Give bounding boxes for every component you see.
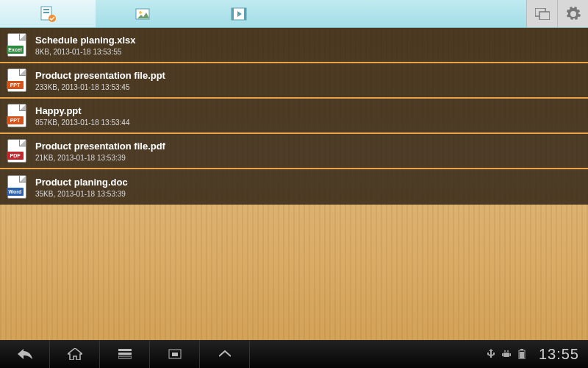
svg-point-5 — [139, 11, 142, 14]
recent-icon — [118, 349, 132, 359]
file-row[interactable]: PPTProduct presentation file.ppt233KB, 2… — [0, 63, 588, 99]
top-toolbar — [0, 0, 588, 28]
settings-button[interactable] — [557, 0, 588, 27]
status-tray[interactable]: 13:55 — [487, 346, 588, 363]
battery-icon — [518, 349, 526, 359]
file-row[interactable]: PPTHappy.ppt857KB, 2013-01-18 13:53:44 — [0, 99, 588, 134]
back-icon — [18, 349, 32, 359]
svg-rect-15 — [172, 353, 178, 356]
file-name: Product planing.doc — [35, 177, 128, 188]
file-type-icon: PPT — [7, 68, 26, 92]
file-name: Happy.ppt — [35, 105, 129, 116]
svg-rect-16 — [503, 353, 509, 357]
documents-icon — [39, 5, 57, 23]
system-navbar: 13:55 — [0, 340, 588, 368]
file-type-icon: PDF — [7, 139, 26, 163]
screens-button[interactable] — [526, 0, 557, 27]
tab-documents[interactable] — [0, 0, 96, 27]
file-name: Product presentation file.ppt — [35, 70, 165, 81]
file-badge: Word — [7, 188, 24, 196]
menu-button[interactable] — [200, 340, 250, 368]
svg-point-18 — [507, 350, 509, 352]
back-button[interactable] — [0, 340, 50, 368]
videos-icon — [230, 6, 248, 22]
screenshot-button[interactable] — [150, 340, 200, 368]
file-meta: 8KB, 2013-01-18 13:53:55 — [35, 48, 136, 56]
file-row[interactable]: ExcelSchedule planing.xlsx8KB, 2013-01-1… — [0, 28, 588, 63]
svg-rect-10 — [539, 12, 550, 20]
recent-button[interactable] — [100, 340, 150, 368]
tab-videos[interactable] — [191, 0, 287, 27]
svg-rect-11 — [118, 349, 132, 351]
file-name: Product presentation file.pdf — [35, 141, 165, 152]
file-meta: 857KB, 2013-01-18 13:53:44 — [35, 118, 129, 127]
file-meta: 35KB, 2013-01-18 13:53:39 — [35, 190, 128, 198]
chevron-up-icon — [219, 350, 231, 358]
svg-rect-1 — [43, 9, 49, 10]
file-badge: PPT — [7, 116, 24, 124]
tab-images[interactable] — [96, 0, 191, 27]
file-name: Schedule planing.xlsx — [35, 35, 136, 46]
screenshot-icon — [168, 349, 182, 359]
android-icon — [502, 350, 511, 358]
usb-icon — [487, 349, 495, 359]
screens-icon — [535, 8, 550, 20]
file-list-area: ExcelSchedule planing.xlsx8KB, 2013-01-1… — [0, 28, 588, 340]
file-type-icon: Word — [7, 175, 26, 199]
clock: 13:55 — [539, 346, 579, 363]
svg-rect-7 — [232, 8, 234, 20]
svg-rect-12 — [118, 353, 132, 355]
home-button[interactable] — [50, 340, 100, 368]
images-icon — [135, 6, 152, 22]
file-type-icon: PPT — [7, 104, 26, 127]
file-badge: PPT — [7, 81, 24, 89]
svg-rect-23 — [520, 352, 524, 358]
svg-rect-22 — [520, 349, 523, 350]
file-row[interactable]: WordProduct planing.doc35KB, 2013-01-18 … — [0, 169, 588, 205]
file-badge: PDF — [7, 152, 24, 160]
svg-rect-20 — [509, 353, 511, 356]
file-meta: 233KB, 2013-01-18 13:53:45 — [35, 83, 165, 91]
home-icon — [68, 348, 82, 360]
svg-rect-19 — [502, 353, 503, 356]
file-type-icon: Excel — [7, 33, 26, 57]
svg-point-17 — [504, 350, 506, 352]
gear-icon — [566, 7, 581, 21]
svg-rect-2 — [43, 12, 49, 13]
svg-rect-13 — [118, 356, 132, 358]
file-badge: Excel — [7, 46, 24, 54]
file-meta: 21KB, 2013-01-18 13:53:39 — [35, 154, 165, 162]
file-row[interactable]: PDFProduct presentation file.pdf21KB, 20… — [0, 134, 588, 169]
svg-rect-8 — [244, 8, 246, 20]
